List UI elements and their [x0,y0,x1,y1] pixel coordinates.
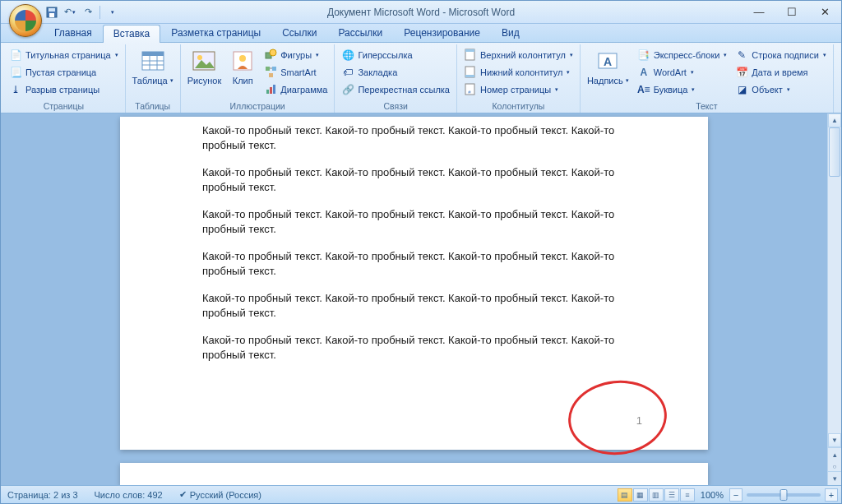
object-button[interactable]: ◪Объект▾ [732,81,829,98]
label: Номер страницы [480,85,551,95]
crossref-icon: 🔗 [341,83,354,96]
maximize-button[interactable]: ☐ [775,4,808,21]
tab-view[interactable]: Вид [491,24,530,42]
crossref-button[interactable]: 🔗Перекрестная ссылка [338,81,453,98]
save-icon[interactable] [44,5,60,20]
svg-point-12 [239,55,246,62]
document-area: Какой-то пробный текст. Какой-то пробный… [1,113,841,485]
scroll-down-icon[interactable]: ▼ [828,433,841,447]
label: Пустая страница [25,67,96,77]
group-text: A Надпись▾ 📑Экспресс-блоки▾ AWordArt▾ A≡… [581,44,834,113]
view-draft-icon[interactable]: ≡ [680,488,695,502]
shapes-button[interactable]: Фигуры▾ [261,46,331,63]
prev-page-icon[interactable]: ▴ [828,447,841,461]
group-label: Связи [338,100,453,113]
undo-icon[interactable]: ↶▾ [62,5,78,20]
cover-page-button[interactable]: 📄Титульная страница▾ [6,46,122,63]
redo-icon[interactable]: ↷ [80,5,96,20]
status-page[interactable]: Страница: 2 из 3 [4,490,81,500]
symbol-button[interactable]: ΩСимвол▾ [837,63,842,81]
title-bar: ↶▾ ↷ ▾ Документ Microsoft Word - Microso… [1,1,841,24]
label: Диаграмма [280,85,327,95]
group-label: Таблицы [129,100,177,113]
pagenumber-button[interactable]: #Номер страницы▾ [460,81,576,98]
zoom-handle[interactable] [780,489,788,501]
document-scroll[interactable]: Какой-то пробный текст. Какой-то пробный… [1,113,827,485]
smartart-button[interactable]: SmartArt [261,63,331,81]
next-page-icon[interactable]: ▾ [828,471,841,485]
zoom-slider[interactable] [747,493,821,497]
svg-rect-1 [49,8,55,12]
quickparts-button[interactable]: 📑Экспресс-блоки▾ [634,46,731,63]
group-headerfooter: Верхний колонтитул▾ Нижний колонтитул▾ #… [457,44,581,113]
footer-button[interactable]: Нижний колонтитул▾ [460,63,576,81]
label: Рисунок [187,76,222,86]
tab-review[interactable]: Рецензирование [393,24,491,42]
status-wordcount[interactable]: Число слов: 492 [91,490,166,500]
qat-customize-icon[interactable]: ▾ [104,5,120,20]
datetime-button[interactable]: 📅Дата и время [732,63,829,81]
scroll-up-icon[interactable]: ▲ [828,113,841,127]
paragraph[interactable]: Какой-то пробный текст. Какой-то пробный… [202,165,642,194]
view-print-layout-icon[interactable]: ▤ [618,488,632,502]
dropcap-icon: A≡ [637,83,650,96]
view-fullscreen-icon[interactable]: ▦ [633,488,648,502]
status-language[interactable]: ✔Русский (Россия) [176,489,265,500]
chart-icon [264,83,277,96]
chart-button[interactable]: Диаграмма [261,81,331,98]
bookmark-button[interactable]: 🏷Закладка [338,63,453,81]
wordart-button[interactable]: AWordArt▾ [634,63,731,81]
picture-button[interactable]: Рисунок [184,46,225,100]
scroll-thumb[interactable] [829,127,840,177]
paragraph[interactable]: Какой-то пробный текст. Какой-то пробный… [202,123,642,152]
svg-rect-2 [49,13,54,17]
blank-page-icon: 📃 [9,66,22,79]
table-button[interactable]: Таблица▾ [129,46,177,100]
dropcap-button[interactable]: A≡Буквица▾ [634,81,731,98]
tab-references[interactable]: Ссылки [271,24,327,42]
page-2[interactable] [120,463,708,485]
shapes-icon [264,49,277,62]
label: Перекрестная ссылка [358,85,450,95]
paragraph[interactable]: Какой-то пробный текст. Какой-то пробный… [202,249,642,278]
signature-button[interactable]: ✎Строка подписи▾ [732,46,829,63]
vertical-scrollbar[interactable]: ▲ ▼ ▴ ○ ▾ [827,113,841,485]
close-button[interactable]: ✕ [808,4,841,21]
group-label: Страницы [6,100,122,113]
label: WordArt [654,67,687,77]
zoom-in-button[interactable]: + [825,488,838,502]
header-button[interactable]: Верхний колонтитул▾ [460,46,576,63]
hyperlink-button[interactable]: 🌐Гиперссылка [338,46,453,63]
svg-point-10 [197,55,202,60]
label: Русский (Россия) [190,490,261,500]
tab-pagelayout[interactable]: Разметка страницы [160,24,271,42]
textbox-button[interactable]: A Надпись▾ [584,46,632,100]
tab-mailings[interactable]: Рассылки [327,24,393,42]
minimize-button[interactable]: — [743,4,775,21]
office-button[interactable] [9,4,42,37]
page-break-button[interactable]: ⤓Разрыв страницы [6,81,122,98]
zoom-out-button[interactable]: − [729,488,743,502]
view-outline-icon[interactable]: ☰ [664,488,679,502]
group-label: Иллюстрации [184,100,331,113]
paragraph[interactable]: Какой-то пробный текст. Какой-то пробный… [202,333,642,362]
tab-insert[interactable]: Вставка [103,25,161,43]
page-1[interactable]: Какой-то пробный текст. Какой-то пробный… [120,117,708,450]
zoom-level[interactable]: 100% [701,490,724,500]
clipart-button[interactable]: Клип [226,46,259,100]
paragraph[interactable]: Какой-то пробный текст. Какой-то пробный… [202,207,642,236]
browse-object-icon[interactable]: ○ [828,461,841,471]
svg-point-14 [270,49,276,56]
scroll-track[interactable] [828,127,841,433]
paragraph[interactable]: Какой-то пробный текст. Какой-то пробный… [202,291,642,320]
blank-page-button[interactable]: 📃Пустая страница [6,63,122,81]
label: Клип [233,76,253,86]
group-illustrations: Рисунок Клип Фигуры▾ SmartArt Диаграмма … [181,44,335,113]
status-bar: Страница: 2 из 3 Число слов: 492 ✔Русски… [1,485,841,503]
textbox-icon: A [594,48,621,74]
equation-button[interactable]: πФормула▾ [837,46,842,63]
label: SmartArt [280,67,316,77]
view-web-icon[interactable]: ▥ [649,488,664,502]
tab-home[interactable]: Главная [44,24,103,42]
clipart-icon [229,48,256,74]
